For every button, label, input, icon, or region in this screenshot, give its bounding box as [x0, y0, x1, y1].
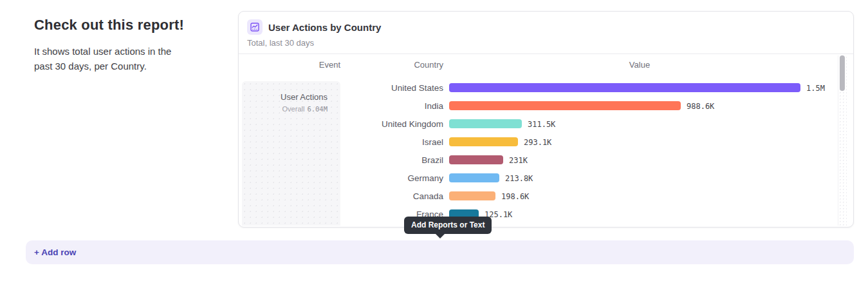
- table-row[interactable]: Germany 213.8K: [239, 169, 853, 187]
- country-label: United States: [340, 83, 443, 93]
- page-description: It shows total user actions in the past …: [34, 44, 189, 73]
- value-bar[interactable]: [449, 137, 518, 146]
- report-card[interactable]: User Actions by Country Total, last 30 d…: [238, 11, 854, 228]
- report-chart-area: Event Country Value User Actions Overall…: [239, 54, 853, 228]
- intro-block: Check out this report! It shows total us…: [34, 17, 201, 73]
- value-label: 293.1K: [524, 138, 551, 147]
- country-label: United Kingdom: [340, 119, 443, 129]
- table-row[interactable]: India 988.6K: [239, 97, 853, 115]
- table-row[interactable]: United States 1.5M: [239, 79, 853, 97]
- column-header-country: Country: [342, 60, 443, 70]
- value-label: 213.8K: [505, 174, 533, 183]
- table-row[interactable]: Israel 293.1K: [239, 133, 853, 151]
- tooltip-arrow: [435, 233, 445, 238]
- country-label: Israel: [340, 137, 443, 147]
- column-header-value: Value: [575, 60, 704, 70]
- value-label: 231K: [509, 156, 528, 165]
- table-row[interactable]: France 125.1K: [239, 205, 853, 223]
- value-bar[interactable]: [449, 155, 503, 164]
- table-row[interactable]: Brazil 231K: [239, 151, 853, 169]
- value-bar[interactable]: [449, 173, 499, 182]
- value-label: 988.6K: [687, 102, 714, 111]
- value-bar[interactable]: [449, 119, 522, 128]
- report-card-header[interactable]: User Actions by Country Total, last 30 d…: [239, 12, 853, 54]
- insights-chart-icon: [247, 19, 263, 35]
- add-row-label: + Add row: [34, 240, 76, 264]
- bar-rows: United States 1.5M India 988.6K United K…: [239, 79, 853, 223]
- report-title: User Actions by Country: [268, 22, 381, 33]
- country-label: Brazil: [340, 155, 443, 165]
- value-label: 311.5K: [528, 120, 555, 129]
- table-row[interactable]: United Kingdom 311.5K: [239, 115, 853, 133]
- country-label: India: [340, 101, 443, 111]
- value-bar[interactable]: [449, 83, 800, 92]
- value-label: 1.5M: [806, 84, 825, 93]
- value-bar[interactable]: [449, 101, 681, 110]
- column-header-event: Event: [239, 60, 340, 70]
- country-label: Germany: [340, 173, 443, 183]
- scrollbar-thumb[interactable]: [840, 55, 845, 91]
- report-subtitle: Total, last 30 days: [247, 38, 314, 48]
- page-title: Check out this report!: [34, 17, 201, 34]
- value-label: 198.6K: [501, 192, 529, 201]
- table-row[interactable]: Canada 198.6K: [239, 187, 853, 205]
- add-reports-tooltip: Add Reports or Text: [404, 217, 492, 234]
- country-label: Canada: [340, 191, 443, 201]
- value-bar[interactable]: [449, 191, 495, 200]
- add-row-button[interactable]: + Add row: [26, 240, 854, 264]
